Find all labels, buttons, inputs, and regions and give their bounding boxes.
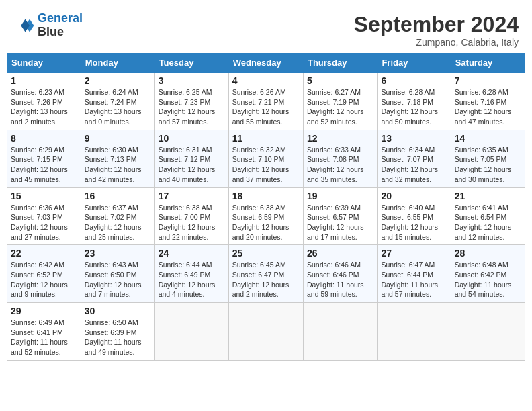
day-number: 3 bbox=[159, 75, 225, 86]
day-info: Sunrise: 6:25 AM Sunset: 7:23 PM Dayligh… bbox=[159, 87, 225, 127]
day-info: Sunrise: 6:34 AM Sunset: 7:07 PM Dayligh… bbox=[381, 145, 447, 185]
day-info: Sunrise: 6:48 AM Sunset: 6:42 PM Dayligh… bbox=[455, 260, 521, 300]
calendar-cell: 13Sunrise: 6:34 AM Sunset: 7:07 PM Dayli… bbox=[378, 130, 451, 187]
location: Zumpano, Calabria, Italy bbox=[354, 37, 519, 48]
day-number: 28 bbox=[455, 248, 521, 259]
weekday-header: Monday bbox=[81, 54, 154, 73]
calendar-cell bbox=[451, 303, 525, 361]
day-number: 16 bbox=[85, 191, 151, 201]
day-number: 10 bbox=[159, 133, 225, 144]
weekday-header: Friday bbox=[378, 54, 451, 73]
day-info: Sunrise: 6:35 AM Sunset: 7:05 PM Dayligh… bbox=[455, 145, 521, 185]
calendar-cell bbox=[378, 303, 451, 361]
day-number: 22 bbox=[11, 248, 77, 259]
calendar-cell: 9Sunrise: 6:30 AM Sunset: 7:13 PM Daylig… bbox=[81, 130, 154, 187]
calendar-cell: 10Sunrise: 6:31 AM Sunset: 7:12 PM Dayli… bbox=[154, 130, 228, 187]
calendar-week-row: 8Sunrise: 6:29 AM Sunset: 7:15 PM Daylig… bbox=[7, 130, 525, 187]
day-info: Sunrise: 6:32 AM Sunset: 7:10 PM Dayligh… bbox=[232, 145, 300, 185]
calendar-cell: 16Sunrise: 6:37 AM Sunset: 7:02 PM Dayli… bbox=[81, 187, 154, 245]
day-number: 25 bbox=[232, 248, 300, 259]
calendar-cell: 27Sunrise: 6:47 AM Sunset: 6:44 PM Dayli… bbox=[378, 245, 451, 303]
page-header: GeneralBlue September 2024 Zumpano, Cala… bbox=[7, 7, 525, 48]
calendar-body: 1Sunrise: 6:23 AM Sunset: 7:26 PM Daylig… bbox=[7, 73, 525, 361]
day-info: Sunrise: 6:45 AM Sunset: 6:47 PM Dayligh… bbox=[232, 260, 300, 300]
calendar-cell: 19Sunrise: 6:39 AM Sunset: 6:57 PM Dayli… bbox=[303, 187, 377, 245]
day-info: Sunrise: 6:24 AM Sunset: 7:24 PM Dayligh… bbox=[85, 87, 151, 127]
day-info: Sunrise: 6:23 AM Sunset: 7:26 PM Dayligh… bbox=[11, 87, 77, 127]
day-info: Sunrise: 6:29 AM Sunset: 7:15 PM Dayligh… bbox=[11, 145, 77, 185]
day-number: 21 bbox=[455, 191, 521, 201]
calendar-cell: 5Sunrise: 6:27 AM Sunset: 7:19 PM Daylig… bbox=[303, 73, 377, 130]
logo-text: GeneralBlue bbox=[38, 12, 83, 39]
weekday-header: Thursday bbox=[303, 54, 377, 73]
calendar-cell: 30Sunrise: 6:50 AM Sunset: 6:39 PM Dayli… bbox=[81, 303, 154, 361]
day-number: 7 bbox=[455, 75, 521, 86]
calendar-cell: 21Sunrise: 6:41 AM Sunset: 6:54 PM Dayli… bbox=[451, 187, 525, 245]
day-info: Sunrise: 6:40 AM Sunset: 6:55 PM Dayligh… bbox=[381, 203, 447, 242]
day-number: 27 bbox=[381, 248, 447, 259]
day-info: Sunrise: 6:47 AM Sunset: 6:44 PM Dayligh… bbox=[381, 260, 447, 300]
day-info: Sunrise: 6:26 AM Sunset: 7:21 PM Dayligh… bbox=[232, 87, 300, 127]
calendar-cell bbox=[303, 303, 377, 361]
day-info: Sunrise: 6:46 AM Sunset: 6:46 PM Dayligh… bbox=[307, 260, 373, 300]
day-number: 12 bbox=[307, 133, 373, 144]
logo-icon bbox=[13, 15, 35, 36]
day-number: 11 bbox=[232, 133, 300, 144]
day-info: Sunrise: 6:27 AM Sunset: 7:19 PM Dayligh… bbox=[307, 87, 373, 127]
calendar-header-row: SundayMondayTuesdayWednesdayThursdayFrid… bbox=[7, 54, 525, 73]
day-info: Sunrise: 6:49 AM Sunset: 6:41 PM Dayligh… bbox=[11, 318, 77, 357]
calendar-cell: 12Sunrise: 6:33 AM Sunset: 7:08 PM Dayli… bbox=[303, 130, 377, 187]
day-number: 14 bbox=[455, 133, 521, 144]
day-info: Sunrise: 6:36 AM Sunset: 7:03 PM Dayligh… bbox=[11, 203, 77, 242]
day-info: Sunrise: 6:37 AM Sunset: 7:02 PM Dayligh… bbox=[85, 203, 151, 242]
day-info: Sunrise: 6:38 AM Sunset: 6:59 PM Dayligh… bbox=[232, 203, 300, 242]
day-info: Sunrise: 6:39 AM Sunset: 6:57 PM Dayligh… bbox=[307, 203, 373, 242]
calendar-cell: 11Sunrise: 6:32 AM Sunset: 7:10 PM Dayli… bbox=[228, 130, 303, 187]
day-number: 23 bbox=[85, 248, 151, 259]
day-info: Sunrise: 6:44 AM Sunset: 6:49 PM Dayligh… bbox=[159, 260, 225, 300]
day-number: 1 bbox=[11, 75, 77, 86]
day-number: 5 bbox=[307, 75, 373, 86]
calendar-cell bbox=[154, 303, 228, 361]
day-info: Sunrise: 6:33 AM Sunset: 7:08 PM Dayligh… bbox=[307, 145, 373, 185]
day-number: 20 bbox=[381, 191, 447, 201]
calendar-cell bbox=[228, 303, 303, 361]
calendar-cell: 14Sunrise: 6:35 AM Sunset: 7:05 PM Dayli… bbox=[451, 130, 525, 187]
day-number: 26 bbox=[307, 248, 373, 259]
day-info: Sunrise: 6:43 AM Sunset: 6:50 PM Dayligh… bbox=[85, 260, 151, 300]
day-number: 2 bbox=[85, 75, 151, 86]
day-info: Sunrise: 6:31 AM Sunset: 7:12 PM Dayligh… bbox=[159, 145, 225, 185]
day-number: 4 bbox=[232, 75, 300, 86]
day-number: 19 bbox=[307, 191, 373, 201]
calendar-week-row: 29Sunrise: 6:49 AM Sunset: 6:41 PM Dayli… bbox=[7, 303, 525, 361]
calendar-cell: 24Sunrise: 6:44 AM Sunset: 6:49 PM Dayli… bbox=[154, 245, 228, 303]
day-info: Sunrise: 6:50 AM Sunset: 6:39 PM Dayligh… bbox=[85, 318, 151, 357]
day-number: 24 bbox=[159, 248, 225, 259]
day-number: 15 bbox=[11, 191, 77, 201]
calendar-cell: 22Sunrise: 6:42 AM Sunset: 6:52 PM Dayli… bbox=[7, 245, 81, 303]
day-number: 30 bbox=[85, 306, 151, 316]
calendar-cell: 17Sunrise: 6:38 AM Sunset: 7:00 PM Dayli… bbox=[154, 187, 228, 245]
weekday-header: Saturday bbox=[451, 54, 525, 73]
calendar-cell: 29Sunrise: 6:49 AM Sunset: 6:41 PM Dayli… bbox=[7, 303, 81, 361]
day-number: 29 bbox=[11, 306, 77, 316]
day-number: 18 bbox=[232, 191, 300, 201]
weekday-header: Tuesday bbox=[154, 54, 228, 73]
day-number: 6 bbox=[381, 75, 447, 86]
day-number: 13 bbox=[381, 133, 447, 144]
day-info: Sunrise: 6:28 AM Sunset: 7:16 PM Dayligh… bbox=[455, 87, 521, 127]
calendar-cell: 15Sunrise: 6:36 AM Sunset: 7:03 PM Dayli… bbox=[7, 187, 81, 245]
day-number: 17 bbox=[159, 191, 225, 201]
day-number: 8 bbox=[11, 133, 77, 144]
calendar-cell: 6Sunrise: 6:28 AM Sunset: 7:18 PM Daylig… bbox=[378, 73, 451, 130]
calendar-cell: 8Sunrise: 6:29 AM Sunset: 7:15 PM Daylig… bbox=[7, 130, 81, 187]
calendar-cell: 3Sunrise: 6:25 AM Sunset: 7:23 PM Daylig… bbox=[154, 73, 228, 130]
calendar-week-row: 22Sunrise: 6:42 AM Sunset: 6:52 PM Dayli… bbox=[7, 245, 525, 303]
day-number: 9 bbox=[85, 133, 151, 144]
day-info: Sunrise: 6:28 AM Sunset: 7:18 PM Dayligh… bbox=[381, 87, 447, 127]
calendar-week-row: 1Sunrise: 6:23 AM Sunset: 7:26 PM Daylig… bbox=[7, 73, 525, 130]
calendar-cell: 28Sunrise: 6:48 AM Sunset: 6:42 PM Dayli… bbox=[451, 245, 525, 303]
day-info: Sunrise: 6:38 AM Sunset: 7:00 PM Dayligh… bbox=[159, 203, 225, 242]
calendar-cell: 23Sunrise: 6:43 AM Sunset: 6:50 PM Dayli… bbox=[81, 245, 154, 303]
calendar-week-row: 15Sunrise: 6:36 AM Sunset: 7:03 PM Dayli… bbox=[7, 187, 525, 245]
